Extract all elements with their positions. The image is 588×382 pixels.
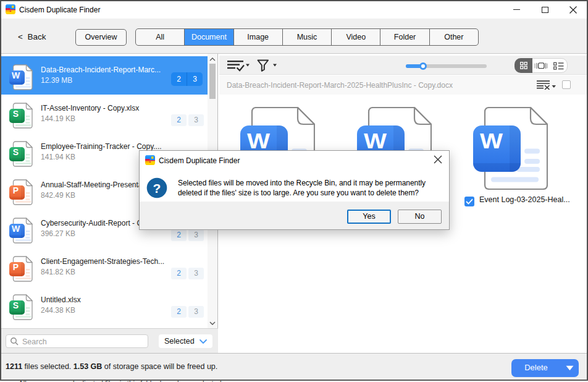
- svg-text:?: ?: [153, 181, 161, 195]
